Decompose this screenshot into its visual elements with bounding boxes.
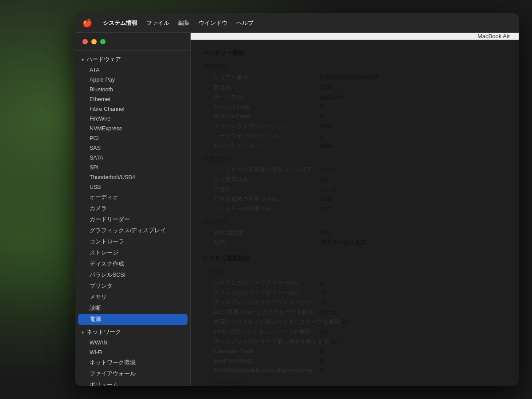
network-section: ▼ ネットワーク WWAN Wi-Fi ネットワーク環境 ファイアウォール ボリ… — [75, 327, 190, 386]
menu-file[interactable]: ファイル — [146, 19, 169, 27]
serial-value: F5D90151TMTJ6W5AR — [320, 73, 379, 82]
ac-wake-value: いいえ — [320, 308, 337, 317]
maker-label: 製造元: — [214, 83, 320, 92]
prioritize-label: PrioritizeNetworkReachabilityOverSleep: — [214, 366, 320, 375]
sidebar-item[interactable]: プリンタ — [75, 281, 190, 292]
sys-sleep-row: システムのスリープタイマー(分): 1 — [214, 278, 506, 287]
display-sleep-row: ディスプレイのスリープタイマー(分): 10 — [214, 298, 506, 307]
sidebar-item[interactable]: Apple Pay — [75, 75, 190, 85]
minimize-button[interactable] — [91, 39, 97, 44]
battery-state-row: バッテリーの状態 (%): 100 — [214, 204, 506, 213]
sidebar-item[interactable]: カメラ — [75, 203, 190, 214]
sidebar-item[interactable]: SPI — [75, 163, 190, 172]
sidebar-item[interactable]: Fibre Channel — [75, 104, 190, 114]
charge-warning-label: バッテリーの充電量が警告レベル以下: — [214, 165, 320, 174]
sidebar-item[interactable]: ネットワーク環境 — [75, 357, 190, 368]
battery-section-title: バッテリー情報: — [203, 49, 506, 58]
sidebar: ▼ ハードウェア ATA Apple Pay Bluetooth Etherne… — [75, 33, 191, 386]
model-info: シリアル番号: F5D90151TMTJ6W5AR 製造元: DSY デバイス名… — [214, 73, 506, 150]
display-sleep-value: 10 — [320, 298, 326, 307]
firmware-label: ファームウェアのバージョン: — [214, 122, 320, 131]
sidebar-item[interactable]: メモリ — [75, 292, 190, 303]
condition-label: 状態: — [214, 238, 320, 247]
cell-rev-value: 1842 — [320, 141, 332, 150]
charge-info: バッテリーの充電量が警告レベル以下: いいえ フル充電済み: はい 充電中: い… — [214, 165, 506, 213]
sidebar-item[interactable]: FireWire — [75, 114, 190, 124]
sidebar-item[interactable]: オーディオ — [75, 192, 190, 203]
apple-logo-icon[interactable]: 🍎 — [82, 18, 92, 28]
ac-info: システムのスリープタイマー(分): 1 ディスクのスリープタイマー(分): 10… — [214, 278, 506, 375]
pcb-lot-value: 0 — [320, 112, 323, 121]
sidebar-item[interactable]: ボリューム — [75, 379, 190, 386]
cell-rev-label: セルのリビジョン: — [214, 141, 320, 150]
hardware-rev-label: ハードウェアのリビジョン: — [214, 132, 320, 141]
right-panel: MacBook Air バッテリー情報: 機種情報: シリアル番号: F5D90… — [191, 33, 519, 386]
sidebar-item[interactable]: ストレージ — [75, 247, 190, 258]
sys-sleep-label: システムのスリープタイマー(分): — [214, 278, 320, 287]
sidebar-title-bar — [75, 33, 190, 51]
disk-sleep-row: ディスクのスリープタイマー(分): 10 — [214, 288, 506, 297]
charging-value: いいえ — [320, 185, 337, 194]
sidebar-item[interactable]: Ethernet — [75, 94, 190, 104]
condition-row: 状態: 修理サービス推奨 — [214, 238, 506, 247]
sidebar-item[interactable]: コントローラ — [75, 236, 190, 247]
ac-section-title: AC 電源: — [203, 268, 506, 277]
device-value: bq20z451 — [320, 93, 344, 102]
sidebar-item[interactable]: PCI — [75, 133, 190, 143]
sidebar-item[interactable]: Bluetooth — [75, 85, 190, 94]
model-section-title: 機種情報: — [203, 63, 506, 71]
sidebar-item[interactable]: ATA — [75, 65, 190, 75]
power-section-title: システム電源設定: — [203, 254, 506, 263]
zoom-button[interactable] — [100, 39, 106, 44]
discharge-row: 充放電回数: 402 — [214, 228, 506, 237]
app-window: 🍎 システム情報 ファイル 編集 ウインドウ ヘルプ ▼ ハードウェア — [75, 13, 519, 386]
sidebar-content: ▼ ハードウェア ATA Apple Pay Bluetooth Etherne… — [75, 51, 190, 386]
sidebar-item[interactable]: グラフィックス/ディスプレイ — [75, 225, 190, 236]
low-power-row: LowPowerMode: 0 — [214, 356, 506, 365]
lid-wake-row: 内蔵ディスプレイが開いたときにスリープを解除: はい — [214, 317, 506, 326]
network-section-header[interactable]: ▼ ネットワーク — [75, 327, 190, 338]
device-label: デバイス名: — [214, 93, 320, 102]
firmware-value: 1002 — [320, 122, 332, 131]
sidebar-item[interactable]: 診断 — [75, 303, 190, 314]
network-label: ネットワーク — [86, 329, 121, 336]
lan-wake-label: LANに接続したときにスリープを解除: — [214, 327, 320, 336]
main-layout: ▼ ハードウェア ATA Apple Pay Bluetooth Etherne… — [75, 33, 519, 386]
firmware-row: ファームウェアのバージョン: 1002 — [214, 122, 506, 131]
status-info: 充放電回数: 402 状態: 修理サービス推奨 — [214, 228, 506, 247]
sidebar-item[interactable]: Wi-Fi — [75, 348, 190, 357]
sidebar-item-power[interactable]: 電源 — [78, 314, 188, 325]
lan-wake-value: はい — [320, 327, 332, 336]
sidebar-item[interactable]: Thunderbolt/USB4 — [75, 172, 190, 182]
hibernate-mode-label: Hibernate Mode: — [214, 347, 320, 356]
low-power-value: 0 — [320, 356, 323, 365]
hardware-section-header[interactable]: ▼ ハードウェア — [75, 54, 190, 65]
menu-edit[interactable]: 編集 — [178, 19, 190, 27]
sidebar-item[interactable]: パラレルSCSI — [75, 270, 190, 281]
sidebar-item[interactable]: カードリーダー — [75, 214, 190, 225]
menu-window[interactable]: ウインドウ — [199, 19, 227, 27]
sidebar-item[interactable]: SAS — [75, 143, 190, 153]
menu-system-info[interactable]: システム情報 — [103, 19, 137, 27]
sidebar-item[interactable]: ディスク作成 — [75, 258, 190, 270]
dim-before-sleep-value: はい — [330, 337, 342, 346]
sidebar-item[interactable]: NVMExpress — [75, 124, 190, 133]
charge-warning-row: バッテリーの充電量が警告レベル以下: いいえ — [214, 165, 506, 174]
charge-warning-value: いいえ — [320, 165, 337, 174]
device-row: デバイス名: bq20z451 — [214, 93, 506, 102]
hibernate-mode-value: 3 — [320, 347, 323, 356]
sidebar-item[interactable]: WWAN — [75, 338, 190, 348]
serial-row: シリアル番号: F5D90151TMTJ6W5AR — [214, 73, 506, 82]
network-chevron-icon: ▼ — [81, 330, 85, 335]
menu-help[interactable]: ヘルプ — [236, 19, 254, 27]
pcb-lot-label: PCB Lot Code: — [214, 112, 320, 121]
battery-state-value: 100 — [320, 204, 329, 213]
sidebar-item[interactable]: USB — [75, 182, 190, 192]
sys-sleep-value: 1 — [320, 278, 323, 287]
hardware-chevron-icon: ▼ — [81, 58, 85, 62]
dim-before-sleep-row: ディスプレイのスリープ前に画面を暗くする: はい — [214, 337, 506, 346]
charging-label: 充電中: — [214, 185, 320, 194]
sidebar-item[interactable]: SATA — [75, 153, 190, 163]
close-button[interactable] — [82, 39, 88, 44]
sidebar-item[interactable]: ファイアウォール — [75, 368, 190, 379]
